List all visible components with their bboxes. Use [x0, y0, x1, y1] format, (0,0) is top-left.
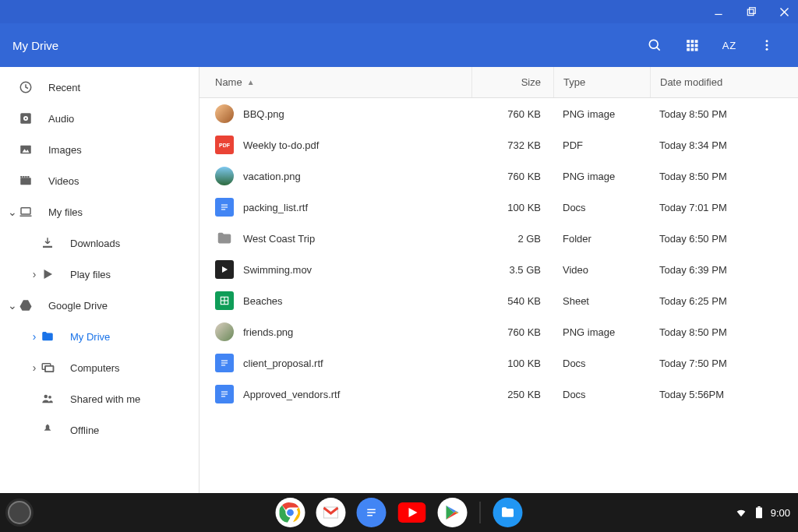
column-size[interactable]: Size: [471, 67, 553, 97]
sidebar-item-videos[interactable]: Videos: [0, 165, 199, 196]
app-files[interactable]: [493, 498, 523, 527]
sidebar-item-label: My Drive: [70, 331, 110, 343]
file-name: Approved_vendors.rtf: [243, 389, 471, 400]
sort-button[interactable]: AZ: [711, 26, 748, 64]
svg-rect-67: [757, 506, 760, 508]
minimize-button[interactable]: [711, 4, 726, 19]
sidebar: Recent Audio Images Videos ⌄ My files: [0, 67, 200, 493]
svg-rect-59: [367, 515, 373, 516]
maximize-button[interactable]: [743, 4, 759, 19]
image-icon: [19, 143, 37, 157]
file-type: PNG image: [553, 108, 650, 120]
table-row[interactable]: client_proposal.rtf100 KBDocsToday 7:50 …: [200, 347, 798, 379]
svg-rect-10: [687, 44, 690, 48]
file-size: 540 KB: [471, 295, 553, 307]
app-docs[interactable]: [357, 498, 387, 527]
svg-rect-49: [221, 365, 225, 365]
table-row[interactable]: vacation.png760 KBPNG imageToday 8:50 PM: [200, 160, 798, 192]
file-size: 2 GB: [471, 233, 553, 245]
file-date: Today 7:50 PM: [650, 358, 798, 369]
table-header: Name ▲ Size Type Date modified: [200, 67, 798, 98]
app-gmail[interactable]: [316, 498, 346, 527]
audio-icon: [19, 111, 37, 125]
file-size: 760 KB: [471, 108, 553, 120]
svg-rect-51: [221, 393, 228, 394]
file-size: 250 KB: [471, 389, 553, 400]
svg-point-22: [25, 118, 26, 119]
svg-rect-15: [695, 48, 698, 51]
sidebar-item-audio[interactable]: Audio: [0, 103, 199, 134]
search-button[interactable]: [636, 26, 673, 64]
svg-rect-41: [221, 206, 228, 207]
file-name: Beaches: [243, 295, 471, 307]
system-tray[interactable]: 9:00: [735, 506, 790, 519]
svg-rect-30: [21, 208, 30, 214]
sidebar-item-myfiles[interactable]: ⌄ My files: [0, 196, 199, 227]
more-options-button[interactable]: [748, 26, 786, 64]
column-type[interactable]: Type: [553, 67, 650, 97]
column-date[interactable]: Date modified: [650, 67, 798, 97]
svg-rect-25: [20, 178, 31, 185]
column-name[interactable]: Name ▲: [200, 76, 471, 88]
sidebar-item-computers[interactable]: › Computers: [0, 352, 199, 383]
svg-line-6: [657, 48, 660, 51]
file-size: 760 KB: [471, 326, 553, 338]
sidebar-item-googledrive[interactable]: ⌄ Google Drive: [0, 290, 199, 321]
sidebar-item-mydrive[interactable]: › My Drive: [0, 321, 199, 352]
svg-point-5: [649, 40, 658, 48]
sidebar-item-downloads[interactable]: Downloads: [0, 227, 199, 259]
sidebar-item-label: My files: [48, 206, 83, 218]
table-row[interactable]: packing_list.rtf100 KBDocsToday 7:01 PM: [200, 192, 798, 223]
table-row[interactable]: BBQ.png760 KBPNG imageToday 8:50 PM: [200, 98, 798, 129]
svg-marker-34: [20, 300, 32, 311]
file-date: Today 8:50 PM: [650, 326, 798, 338]
file-date: Today 6:50 PM: [650, 233, 798, 245]
app-dock: [276, 498, 523, 527]
table-row[interactable]: friends.png760 KBPNG imageToday 8:50 PM: [200, 316, 798, 347]
sidebar-item-label: Offline: [70, 425, 99, 436]
sidebar-item-label: Videos: [48, 175, 79, 187]
file-date: Today 8:50 PM: [650, 108, 798, 120]
sidebar-item-offline[interactable]: Offline: [0, 414, 199, 446]
sidebar-item-recent[interactable]: Recent: [0, 72, 199, 103]
sidebar-item-shared[interactable]: Shared with me: [0, 383, 199, 414]
svg-rect-32: [43, 246, 52, 248]
chevron-right-icon: ›: [26, 330, 42, 343]
svg-point-39: [48, 396, 51, 399]
sidebar-item-label: Recent: [48, 82, 80, 93]
svg-rect-7: [687, 40, 690, 43]
table-row[interactable]: Approved_vendors.rtf250 KBDocsToday 5:56…: [200, 379, 798, 410]
file-size: 100 KB: [471, 358, 553, 369]
svg-marker-43: [222, 266, 228, 273]
sidebar-item-playfiles[interactable]: › Play files: [0, 259, 199, 290]
svg-rect-14: [691, 48, 694, 51]
sidebar-item-label: Downloads: [70, 238, 120, 249]
sidebar-item-images[interactable]: Images: [0, 134, 199, 165]
table-row[interactable]: PDFWeekly to-do.pdf732 KBPDFToday 8:34 P…: [200, 129, 798, 160]
view-grid-button[interactable]: [673, 26, 711, 64]
svg-rect-58: [367, 512, 376, 513]
file-date: Today 6:39 PM: [650, 264, 798, 276]
page-title: My Drive: [12, 39, 636, 52]
file-date: Today 7:01 PM: [650, 202, 798, 213]
app-playstore[interactable]: [438, 498, 468, 527]
computers-icon: [41, 361, 59, 375]
chevron-right-icon: ›: [26, 361, 42, 374]
file-size: 732 KB: [471, 139, 553, 151]
file-type: Docs: [553, 389, 650, 400]
svg-point-38: [44, 395, 48, 399]
file-name: West Coast Trip: [243, 233, 471, 245]
video-icon: [19, 174, 37, 188]
app-chrome[interactable]: [276, 498, 305, 527]
app-youtube[interactable]: [397, 498, 427, 527]
battery-icon: [755, 506, 763, 519]
svg-rect-26: [20, 176, 22, 178]
window-titlebar: [0, 0, 798, 23]
close-button[interactable]: [776, 4, 792, 19]
table-row[interactable]: Beaches540 KBSheetToday 6:25 PM: [200, 285, 798, 316]
launcher-button[interactable]: [8, 501, 31, 524]
table-row[interactable]: West Coast Trip2 GBFolderToday 6:50 PM: [200, 223, 798, 254]
table-row[interactable]: Swimming.mov3.5 GBVideoToday 6:39 PM: [200, 254, 798, 285]
svg-rect-8: [691, 40, 694, 43]
file-date: Today 5:56PM: [650, 389, 798, 400]
